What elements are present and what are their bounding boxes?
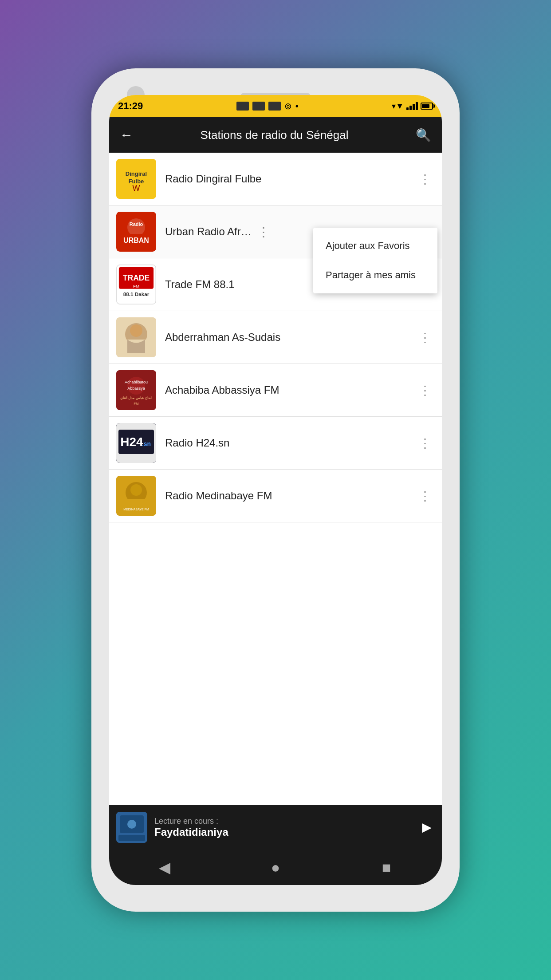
svg-point-16	[130, 324, 142, 337]
abder-logo-svg	[116, 317, 156, 357]
context-menu: Ajouter aux Favoris Partager à mes amis	[313, 228, 437, 293]
signal-bar-4	[416, 102, 418, 110]
more-options-dingiral[interactable]: ⋮	[415, 168, 435, 190]
radio-list-wrapper: Dingiral Fulbe W Radio Dingiral Fulbe ⋮	[109, 153, 442, 805]
signal-bar-3	[413, 104, 415, 110]
now-playing-logo-svg	[116, 812, 147, 843]
station-name-medinabaye: Radio Medinabaye FM	[165, 490, 415, 502]
play-button[interactable]: ►	[419, 818, 435, 837]
status-bar: 21:29 ⊚ • ▾▼	[109, 95, 442, 117]
station-logo-achabiba: Achabiibatou Abbassya الحاج عباس مدل الث…	[116, 370, 156, 410]
now-playing-info: Lecture en cours : Faydatidianiya	[154, 817, 412, 838]
screen-content: 21:29 ⊚ • ▾▼	[109, 95, 442, 885]
svg-point-5	[127, 218, 145, 236]
station-name-abder: Abderrahman As-Sudais	[165, 331, 415, 344]
station-logo-urban: Radio URBAN	[116, 212, 156, 252]
now-playing-bar[interactable]: Lecture en cours : Faydatidianiya ►	[109, 805, 442, 850]
list-item[interactable]: Abderrahman As-Sudais ⋮	[109, 311, 442, 364]
more-options-h24[interactable]: ⋮	[415, 432, 435, 454]
now-playing-label: Lecture en cours :	[154, 817, 412, 826]
svg-text:Achabiibatou: Achabiibatou	[125, 380, 148, 384]
station-name-achabiba: Achabiba Abbassiya FM	[165, 384, 415, 396]
svg-text:FM: FM	[133, 284, 139, 288]
status-icon-3	[268, 102, 281, 111]
station-logo-h24: H24 .sn	[116, 423, 156, 463]
svg-text:88.1 Dakar: 88.1 Dakar	[123, 291, 150, 297]
battery-fill	[422, 104, 429, 108]
status-time: 21:29	[118, 100, 143, 112]
search-button[interactable]: 🔍	[416, 128, 431, 142]
app-bar: ← Stations de radio du Sénégal 🔍	[109, 117, 442, 153]
svg-text:W: W	[133, 184, 140, 193]
wifi-icon: ▾▼	[392, 101, 404, 111]
now-playing-logo	[116, 812, 147, 843]
signal-bars	[406, 102, 418, 110]
trade-logo-svg: TRADE FM 88.1 Dakar	[117, 265, 156, 304]
context-menu-share[interactable]: Partager à mes amis	[313, 261, 437, 290]
status-right: ▾▼	[392, 101, 433, 111]
station-logo-abder	[116, 317, 156, 357]
now-playing-title: Faydatidianiya	[154, 826, 412, 838]
list-item[interactable]: MEDINABAYE FM Radio Medinabaye FM ⋮	[109, 470, 442, 522]
phone-screen: 21:29 ⊚ • ▾▼	[109, 95, 442, 885]
svg-text:Radio: Radio	[130, 221, 143, 227]
context-menu-add-favorites[interactable]: Ajouter aux Favoris	[313, 231, 437, 261]
station-name-urban: Urban Radio Africa	[165, 225, 254, 238]
status-icon-1	[236, 102, 249, 111]
svg-text:FM: FM	[134, 402, 139, 406]
dingiral-logo-svg: Dingiral Fulbe W	[116, 159, 156, 199]
station-logo-trade: TRADE FM 88.1 Dakar	[116, 265, 156, 304]
list-item[interactable]: Radio URBAN Urban Radio Africa ⋮ Ajouter…	[109, 205, 442, 258]
signal-bar-1	[406, 107, 409, 110]
phone-shell: 21:29 ⊚ • ▾▼	[91, 68, 460, 912]
svg-text:Dingiral: Dingiral	[126, 170, 147, 177]
list-item[interactable]: Achabiibatou Abbassya الحاج عباس مدل الث…	[109, 364, 442, 417]
medinabaye-logo-svg: MEDINABAYE FM	[116, 476, 156, 516]
nav-recent-button[interactable]: ■	[373, 859, 400, 876]
svg-text:الحاج عباس مدل الثناي: الحاج عباس مدل الثناي	[120, 396, 152, 400]
svg-text:Abbassya: Abbassya	[127, 386, 145, 391]
more-options-abder[interactable]: ⋮	[415, 327, 435, 348]
signal-bar-2	[409, 106, 412, 110]
wifi-signal-icon: ⊚	[284, 101, 292, 111]
svg-text:TRADE: TRADE	[123, 273, 150, 282]
station-name-h24: Radio H24.sn	[165, 437, 415, 449]
station-name-dingiral: Radio Dingiral Fulbe	[165, 173, 415, 185]
nav-home-button[interactable]: ●	[262, 859, 289, 876]
svg-text:H24: H24	[120, 435, 143, 449]
svg-point-19	[127, 377, 145, 395]
back-button[interactable]: ←	[120, 127, 133, 142]
svg-rect-36	[118, 835, 145, 841]
status-icons: ⊚ •	[236, 101, 299, 111]
more-options-urban[interactable]: ⋮	[254, 221, 273, 243]
svg-text:URBAN: URBAN	[123, 237, 149, 244]
bottom-nav: ◀ ● ■	[109, 850, 442, 885]
station-logo-dingiral: Dingiral Fulbe W	[116, 159, 156, 199]
svg-text:MEDINABAYE FM: MEDINABAYE FM	[123, 508, 149, 511]
list-item[interactable]: H24 .sn Radio H24.sn ⋮	[109, 417, 442, 470]
svg-text:.sn: .sn	[142, 440, 151, 447]
notification-dot: •	[295, 101, 299, 111]
nav-back-button[interactable]: ◀	[151, 858, 178, 876]
svg-point-30	[130, 484, 142, 496]
h24-logo-svg: H24 .sn	[116, 423, 156, 463]
more-options-medinabaye[interactable]: ⋮	[415, 485, 435, 507]
radio-list: Dingiral Fulbe W Radio Dingiral Fulbe ⋮	[109, 153, 442, 522]
station-logo-medinabaye: MEDINABAYE FM	[116, 476, 156, 516]
status-icon-2	[252, 102, 265, 111]
achabiba-logo-svg: Achabiibatou Abbassya الحاج عباس مدل الث…	[116, 370, 156, 410]
page-title: Stations de radio du Sénégal	[142, 128, 407, 142]
svg-point-35	[127, 820, 136, 829]
more-options-achabiba[interactable]: ⋮	[415, 379, 435, 401]
urban-logo-svg: Radio URBAN	[116, 212, 156, 252]
list-item[interactable]: Dingiral Fulbe W Radio Dingiral Fulbe ⋮	[109, 153, 442, 205]
battery-icon	[421, 103, 433, 110]
